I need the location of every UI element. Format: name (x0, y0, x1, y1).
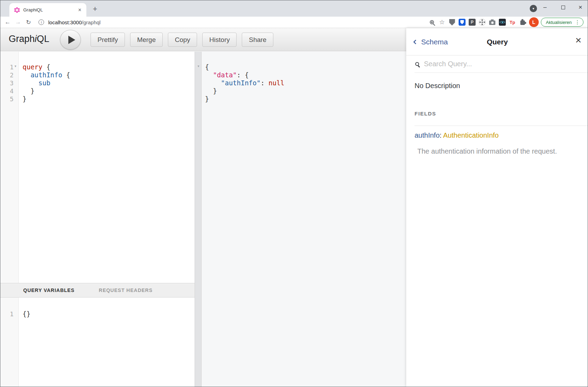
code-token: {} (23, 310, 31, 318)
toolbar-button-share[interactable]: Share (242, 33, 273, 47)
docs-search-input[interactable] (424, 60, 573, 68)
new-tab-button[interactable]: + (90, 4, 100, 14)
variables-gutter: 1 (0, 298, 19, 387)
reload-icon[interactable]: ↻ (23, 19, 34, 26)
profile-avatar[interactable]: L (529, 17, 539, 27)
code-line: } (205, 87, 406, 95)
window-maximize-button[interactable] (555, 1, 571, 14)
graphiql-app: GraphiQL PrettifyMergeCopyHistoryShare 1… (0, 28, 588, 387)
tab-strip: GraphiQL × + ▾ – × (0, 0, 588, 17)
graphiql-logo: GraphiQL (9, 34, 49, 44)
doc-explorer-header: Schema Query × (406, 28, 588, 55)
line-number: 2 (0, 71, 18, 79)
dpad-extension-icon[interactable] (477, 18, 487, 27)
back-icon[interactable]: ← (2, 19, 13, 26)
toolbar-button-history[interactable]: History (202, 33, 237, 47)
code-token: } (205, 95, 209, 103)
docs-no-description: No Description (415, 82, 580, 90)
menu-dots-icon[interactable]: ⋮ (575, 19, 580, 25)
window-minimize-button[interactable]: – (537, 1, 553, 14)
code-token: : { (237, 71, 249, 79)
toolbar-button-prettify[interactable]: Prettify (91, 33, 125, 47)
code-line: query { (23, 63, 70, 71)
browser-tab-graphiql[interactable]: GraphiQL × (9, 3, 86, 17)
code-line: } (205, 95, 406, 103)
code-line: authInfo { (23, 71, 70, 79)
execute-query-button[interactable] (60, 30, 81, 50)
code-line: sub (23, 79, 70, 87)
query-editor-gutter: 12345 (0, 52, 19, 283)
code-token: { (205, 63, 209, 71)
zoom-level-icon[interactable] (427, 18, 437, 27)
toolbar-button-merge[interactable]: Merge (130, 33, 163, 47)
code-line: } (23, 95, 70, 103)
tab-title: GraphiQL (23, 7, 77, 12)
p-extension-icon[interactable]: P (467, 18, 477, 27)
docs-field-row: authInfo: AuthenticationInfo (415, 131, 580, 139)
url-path: /graphql (82, 19, 101, 25)
docs-fields-header: FIELDS (415, 111, 580, 117)
graphql-favicon-icon (14, 7, 20, 13)
docs-field-type-link[interactable]: AuthenticationInfo (443, 131, 498, 139)
code-token: query (23, 63, 42, 71)
toolbar-button-copy[interactable]: Copy (168, 33, 197, 47)
extensions-puzzle-icon[interactable] (518, 18, 528, 27)
code-token: null (269, 79, 284, 87)
query-editor-code[interactable]: query { authInfo { sub }} (19, 52, 70, 283)
camera-extension-icon[interactable] (487, 18, 497, 27)
tab-close-icon[interactable]: × (77, 7, 83, 13)
code-line: } (23, 87, 70, 95)
response-code: { "data": { "authInfo": null }} (202, 52, 406, 103)
docs-field-description: The authentication information of the re… (417, 147, 580, 155)
bitwarden-extension-icon[interactable] (457, 18, 467, 27)
tab-query-variables[interactable]: QUERY VARIABLES (23, 287, 75, 293)
window-close-button[interactable]: × (573, 1, 588, 14)
docs-search-row (415, 55, 588, 73)
url-host: localhost:3000 (48, 19, 82, 25)
docs-close-icon[interactable]: × (575, 35, 581, 45)
docs-field-name-link[interactable]: authInfo (415, 131, 440, 139)
url-bar[interactable]: localhost:3000/graphql (48, 19, 101, 25)
search-icon (415, 62, 419, 66)
code-token: : (261, 79, 269, 87)
code-line: { (205, 63, 406, 71)
code-token: } (23, 95, 26, 103)
code-token: { (42, 63, 50, 71)
variables-code[interactable]: {} (19, 298, 31, 387)
update-browser-button[interactable]: Aktualisieren ⋮ (541, 18, 583, 27)
pane-divider[interactable] (195, 52, 202, 387)
docs-title: Query (406, 28, 588, 55)
line-number: 1 (0, 310, 18, 318)
code-line: {} (23, 310, 31, 318)
line-number: 4 (0, 87, 18, 95)
tp-extension-icon[interactable]: Tp (508, 18, 518, 27)
code-line: "authInfo": null (205, 79, 406, 87)
query-variables-pane[interactable]: 1 {} (0, 298, 195, 387)
fold-caret-icon[interactable]: ▾ (15, 64, 16, 68)
code-token: } (205, 87, 217, 95)
graphiql-toolbar: GraphiQL PrettifyMergeCopyHistoryShare (0, 28, 406, 51)
react-devtools-extension-icon[interactable] (497, 18, 508, 27)
code-token: sub (23, 79, 50, 87)
query-editor-pane[interactable]: 12345 query { authInfo { sub }} (0, 52, 195, 283)
tab-request-headers[interactable]: REQUEST HEADERS (99, 287, 153, 293)
bookmark-star-icon[interactable]: ☆ (437, 18, 447, 27)
result-fold-caret-icon[interactable]: ▾ (196, 64, 201, 68)
docs-body: No Description FIELDS authInfo: Authenti… (406, 82, 588, 155)
code-token: "data" (205, 71, 237, 79)
response-pane: { "data": { "authInfo": null }} (202, 52, 406, 387)
line-number: 5 (0, 95, 18, 103)
code-token: } (23, 87, 34, 95)
browser-window: GraphiQL × + ▾ – × ← → ↻ i localhost:300… (0, 0, 588, 387)
site-info-icon[interactable]: i (39, 19, 44, 25)
doc-explorer-panel: Schema Query × No Description FIELDS aut… (406, 28, 588, 387)
line-number: 3 (0, 79, 18, 87)
code-token: "authInfo" (205, 79, 261, 87)
code-token: { (62, 71, 70, 79)
code-line: "data": { (205, 71, 406, 79)
ublock-extension-icon[interactable] (447, 18, 457, 27)
tab-search-icon[interactable]: ▾ (530, 5, 537, 12)
maximize-icon (561, 6, 565, 9)
code-token: authInfo (23, 71, 62, 79)
docs-field-separator: : (440, 131, 442, 139)
